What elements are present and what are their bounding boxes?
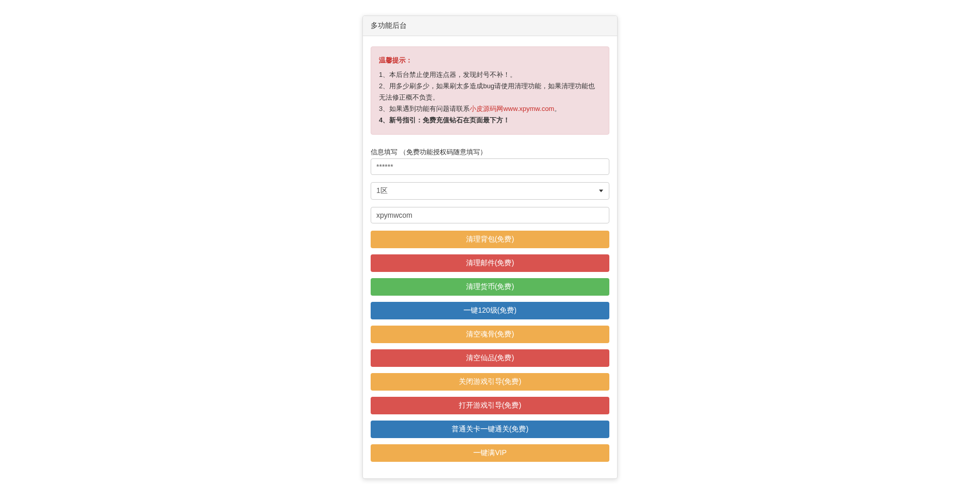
max-vip-button[interactable]: 一键满VIP [371, 444, 609, 462]
alert-line-3-prefix: 3、如果遇到功能有问题请联系 [379, 105, 470, 112]
zone-select[interactable]: 1区 [371, 182, 609, 200]
alert-title: 温馨提示： [379, 55, 601, 66]
zone-select-wrapper[interactable]: 1区 [371, 182, 609, 200]
clear-currency-button[interactable]: 清理货币(免费) [371, 278, 609, 296]
open-guide-button[interactable]: 打开游戏引导(免费) [371, 397, 609, 414]
alert-line-1: 1、本后台禁止使用连点器，发现封号不补！。 [379, 69, 601, 80]
main-panel: 多功能后台 温馨提示： 1、本后台禁止使用连点器，发现封号不补！。 2、用多少刷… [362, 15, 618, 479]
alert-line-3-suffix: 。 [554, 105, 561, 112]
form-label: 信息填写 （免费功能授权码随意填写） [371, 148, 609, 157]
close-guide-button[interactable]: 关闭游戏引导(免费) [371, 373, 609, 391]
clear-soulbone-button[interactable]: 清空魂骨(免费) [371, 326, 609, 343]
auth-code-input[interactable] [371, 158, 609, 175]
alert-box: 温馨提示： 1、本后台禁止使用连点器，发现封号不补！。 2、用多少刷多少，如果刷… [371, 46, 609, 135]
alert-line-4: 4、新号指引：免费充值钻石在页面最下方！ [379, 115, 601, 126]
alert-line-2: 2、用多少刷多少，如果刷太多造成bug请使用清理功能，如果清理功能也无法修正概不… [379, 80, 601, 103]
clear-xianpin-button[interactable]: 清空仙品(免费) [371, 349, 609, 367]
level-120-button[interactable]: 一键120级(免费) [371, 302, 609, 319]
username-input[interactable] [371, 207, 609, 223]
clear-stages-button[interactable]: 普通关卡一键通关(免费) [371, 421, 609, 438]
panel-header: 多功能后台 [363, 16, 617, 36]
alert-line-3: 3、如果遇到功能有问题请联系小皮源码网www.xpymw.com。 [379, 103, 601, 115]
panel-body: 温馨提示： 1、本后台禁止使用连点器，发现封号不补！。 2、用多少刷多少，如果刷… [363, 36, 617, 478]
alert-link[interactable]: 小皮源码网www.xpymw.com [470, 105, 554, 112]
clear-mail-button[interactable]: 清理邮件(免费) [371, 254, 609, 272]
panel-title: 多功能后台 [371, 21, 407, 29]
clear-bag-button[interactable]: 清理背包(免费) [371, 231, 609, 248]
